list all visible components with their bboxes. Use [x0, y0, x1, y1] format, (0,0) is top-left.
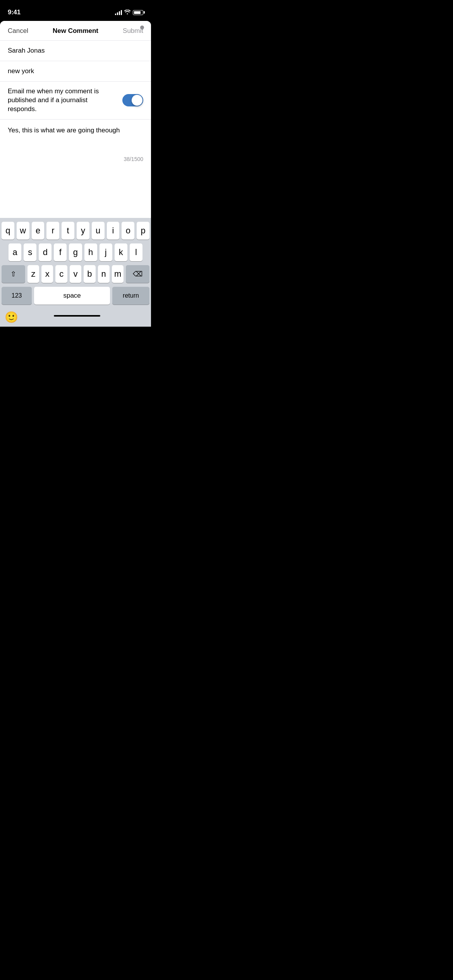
email-toggle-label: Email me when my comment is published an…: [8, 87, 116, 114]
battery-icon: [133, 10, 143, 15]
keyboard: q w e r t y u i o p a s d f g h j k l ⇧: [0, 218, 151, 327]
name-field[interactable]: Sarah Jonas: [0, 41, 151, 61]
return-key[interactable]: return: [112, 287, 149, 305]
key-r[interactable]: r: [46, 222, 59, 240]
numbers-key[interactable]: 123: [2, 287, 32, 305]
email-toggle[interactable]: [122, 94, 143, 106]
key-y[interactable]: y: [77, 222, 89, 240]
key-h[interactable]: h: [84, 243, 97, 261]
backspace-key[interactable]: ⌫: [126, 265, 149, 283]
char-count: 38/1500: [124, 156, 143, 162]
key-z[interactable]: z: [27, 265, 39, 283]
comment-field[interactable]: Yes, this is what we are going theough 3…: [0, 120, 151, 166]
key-v[interactable]: v: [70, 265, 81, 283]
key-n[interactable]: n: [98, 265, 110, 283]
keyboard-row-3: ⇧ z x c v b n m ⌫: [2, 265, 149, 283]
wifi-icon: [124, 9, 130, 15]
key-q[interactable]: q: [2, 222, 14, 240]
key-l[interactable]: l: [130, 243, 142, 261]
key-t[interactable]: t: [62, 222, 74, 240]
location-field[interactable]: new york: [0, 61, 151, 82]
key-b[interactable]: b: [84, 265, 95, 283]
shift-icon: ⇧: [10, 270, 16, 278]
form-area: Sarah Jonas new york Email me when my co…: [0, 41, 151, 218]
key-j[interactable]: j: [100, 243, 112, 261]
space-key[interactable]: space: [34, 287, 110, 305]
key-x[interactable]: x: [41, 265, 53, 283]
key-d[interactable]: d: [39, 243, 51, 261]
comment-text: Yes, this is what we are going theough: [8, 127, 120, 134]
key-a[interactable]: a: [9, 243, 21, 261]
shift-key[interactable]: ⇧: [2, 265, 25, 283]
email-notification-row: Email me when my comment is published an…: [0, 82, 151, 120]
key-f[interactable]: f: [54, 243, 67, 261]
page-title: New Comment: [53, 27, 98, 35]
toggle-thumb: [132, 95, 142, 106]
signal-icon: [115, 10, 122, 15]
cancel-button[interactable]: Cancel: [8, 27, 28, 35]
keyboard-row-bottom: 123 space return: [2, 287, 149, 305]
key-k[interactable]: k: [115, 243, 127, 261]
key-p[interactable]: p: [137, 222, 149, 240]
nav-header: Cancel New Comment Submit: [0, 21, 151, 41]
submit-button[interactable]: Submit: [123, 27, 143, 35]
key-g[interactable]: g: [69, 243, 82, 261]
status-time: 9:41: [8, 9, 21, 16]
key-e[interactable]: e: [32, 222, 45, 240]
key-o[interactable]: o: [122, 222, 134, 240]
key-s[interactable]: s: [24, 243, 36, 261]
keyboard-row-2: a s d f g h j k l: [2, 243, 149, 261]
submit-dot: [140, 26, 144, 29]
key-u[interactable]: u: [92, 222, 105, 240]
location-value: new york: [8, 67, 34, 75]
emoji-key[interactable]: 🙂: [5, 311, 18, 324]
key-i[interactable]: i: [107, 222, 120, 240]
keyboard-row-1: q w e r t y u i o p: [2, 222, 149, 240]
keyboard-bottom-bar: 🙂: [2, 308, 149, 327]
key-c[interactable]: c: [55, 265, 67, 283]
name-value: Sarah Jonas: [8, 47, 45, 54]
key-w[interactable]: w: [17, 222, 29, 240]
home-indicator: [54, 315, 100, 317]
status-icons: [115, 9, 143, 15]
key-m[interactable]: m: [112, 265, 124, 283]
backspace-icon: ⌫: [133, 270, 142, 278]
